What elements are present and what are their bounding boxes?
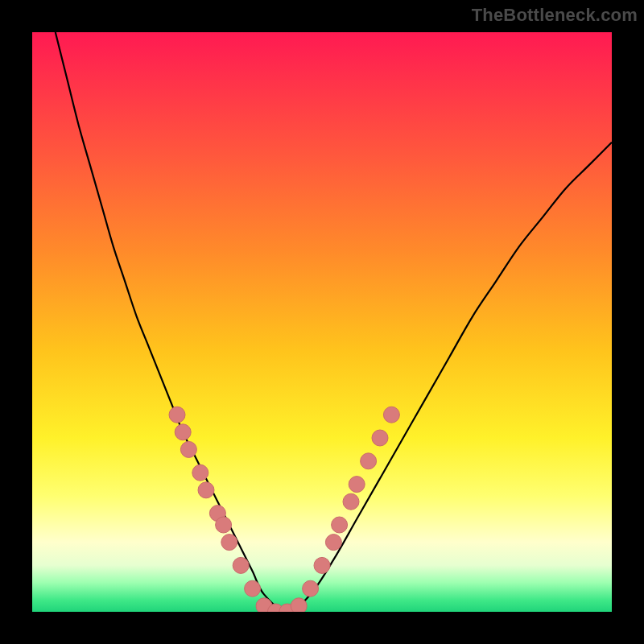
watermark-text: TheBottleneck.com [472,5,638,26]
data-marker [198,482,214,498]
data-marker [314,557,330,573]
data-marker [169,407,185,423]
data-marker [361,453,377,469]
marker-group [169,407,399,612]
data-marker [216,517,232,533]
data-marker [303,580,319,597]
data-marker [332,517,348,533]
chart-frame: TheBottleneck.com [0,0,644,644]
data-marker [180,441,196,457]
plot-area [32,32,612,612]
data-marker [372,430,388,446]
data-marker [343,493,359,510]
data-marker [291,598,307,612]
data-marker [383,407,399,423]
data-marker [349,477,365,493]
data-marker [221,535,237,551]
data-marker [245,580,261,597]
data-marker [175,424,191,440]
data-marker [192,464,208,481]
data-marker [233,557,249,573]
curve-svg [32,32,612,612]
data-marker [325,535,341,551]
